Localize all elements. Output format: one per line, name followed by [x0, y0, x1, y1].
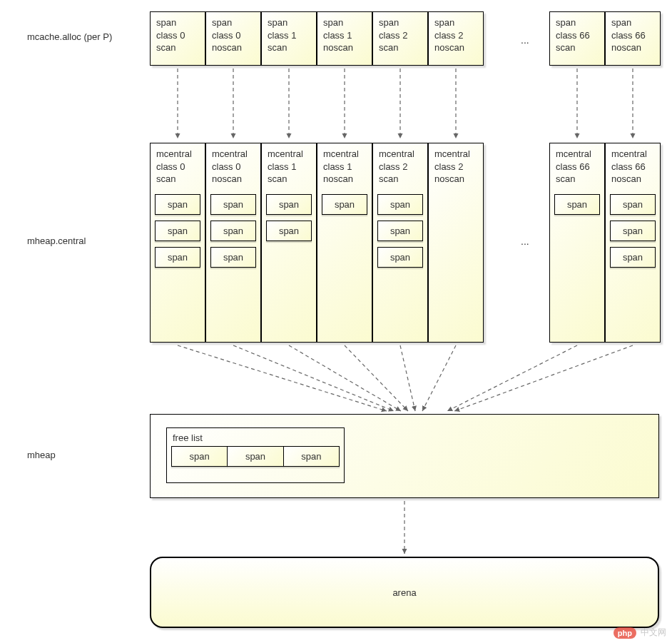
mcentral-box-4: mcentral class 2 scanspanspanspan: [372, 143, 428, 343]
label-mheap-central: mheap.central: [27, 236, 86, 246]
mheap-box: free list spanspanspan: [150, 414, 659, 498]
svg-line-9: [233, 345, 394, 411]
span-item: span: [210, 221, 256, 241]
mcentral-box-0: mcentral class 0 scanspanspanspan: [150, 143, 205, 343]
svg-line-10: [289, 345, 401, 411]
mcentral-box-b1: mcentral class 66 noscanspanspanspan: [605, 143, 661, 343]
mcache-box-5-title: span class 2 noscan: [429, 12, 483, 57]
ellipsis-row1: ...: [521, 34, 529, 46]
span-item: span: [554, 194, 600, 215]
svg-line-14: [447, 345, 577, 411]
mcentral-box-b0: mcentral class 66 scanspan: [549, 143, 605, 343]
span-item: span: [266, 194, 312, 215]
freelist-span-item: span: [171, 446, 228, 467]
span-item: span: [155, 247, 200, 268]
arena-box: arena: [150, 557, 659, 628]
span-item: span: [266, 221, 312, 241]
label-mheap: mheap: [27, 450, 56, 460]
mcache-box-b0: span class 66 scan: [549, 11, 605, 66]
span-item: span: [210, 194, 256, 215]
arena-label: arena: [392, 587, 416, 598]
span-item: span: [155, 194, 200, 215]
span-item: span: [210, 247, 256, 268]
mcache-box-0: span class 0 scan: [150, 11, 205, 66]
svg-line-8: [178, 345, 387, 411]
span-item: span: [155, 221, 200, 241]
mcentral-box-1: mcentral class 0 noscanspanspanspan: [205, 143, 261, 343]
mcentral-box-5: mcentral class 2 noscan: [428, 143, 484, 343]
mcache-box-b0-title: span class 66 scan: [550, 12, 604, 57]
mcentral-box-2-title: mcentral class 1 scan: [262, 143, 316, 188]
watermark: php 中文网: [614, 627, 666, 639]
mcache-box-b1-title: span class 66 noscan: [606, 12, 660, 57]
mcentral-box-5-title: mcentral class 2 noscan: [429, 143, 483, 188]
mcentral-box-b1-title: mcentral class 66 noscan: [606, 143, 660, 188]
svg-line-11: [345, 345, 408, 411]
mcentral-box-3-title: mcentral class 1 noscan: [317, 143, 372, 188]
span-item: span: [377, 221, 423, 241]
span-item: span: [610, 221, 656, 241]
mcache-box-1-title: span class 0 noscan: [206, 12, 260, 57]
span-item: span: [377, 194, 423, 215]
mcache-box-4: span class 2 scan: [372, 11, 428, 66]
span-item: span: [610, 247, 656, 268]
mcache-box-2-title: span class 1 scan: [262, 12, 316, 57]
mcache-box-1: span class 0 noscan: [205, 11, 261, 66]
svg-line-13: [422, 345, 456, 411]
span-item: span: [610, 194, 656, 215]
mcentral-box-3: mcentral class 1 noscanspan: [317, 143, 372, 343]
mcentral-box-0-title: mcentral class 0 scan: [151, 143, 205, 188]
ellipsis-row2: ...: [521, 236, 529, 247]
mcache-box-3-title: span class 1 noscan: [317, 12, 372, 57]
mcache-box-5: span class 2 noscan: [428, 11, 484, 66]
freelist-span-item: span: [228, 446, 283, 467]
svg-line-15: [454, 345, 633, 411]
mcache-box-0-title: span class 0 scan: [151, 12, 205, 57]
freelist-title: free list: [167, 428, 344, 446]
mcache-box-2: span class 1 scan: [261, 11, 317, 66]
mcache-box-b1: span class 66 noscan: [605, 11, 661, 66]
span-item: span: [377, 247, 423, 268]
mcache-box-4-title: span class 2 scan: [373, 12, 427, 57]
svg-line-12: [400, 345, 415, 411]
freelist-box: free list spanspanspan: [166, 427, 345, 483]
mcache-box-3: span class 1 noscan: [317, 11, 372, 66]
watermark-badge: php: [614, 627, 636, 639]
span-item: span: [322, 194, 367, 215]
mcentral-box-2: mcentral class 1 scanspanspan: [261, 143, 317, 343]
mcentral-box-b0-title: mcentral class 66 scan: [550, 143, 604, 188]
watermark-text: 中文网: [641, 627, 666, 639]
mcentral-box-1-title: mcentral class 0 noscan: [206, 143, 260, 188]
freelist-span-item: span: [284, 446, 340, 467]
label-mcache-alloc: mcache.alloc (per P): [27, 31, 112, 42]
mcentral-box-4-title: mcentral class 2 scan: [373, 143, 427, 188]
